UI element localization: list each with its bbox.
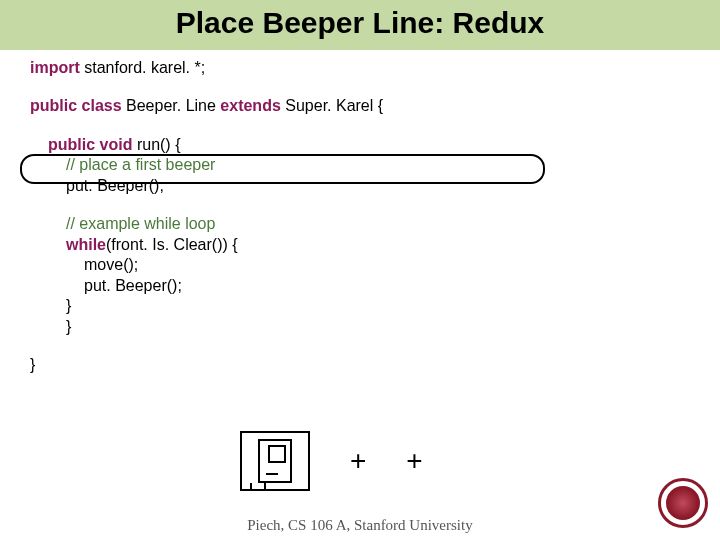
- stanford-seal-icon: [658, 478, 708, 528]
- comment: // example while loop: [66, 215, 215, 232]
- code-block: import stanford. karel. *; public class …: [0, 50, 720, 376]
- blank-line: [30, 78, 690, 96]
- karel-robot-icon: [240, 431, 310, 491]
- keyword: public class: [30, 97, 122, 114]
- code-line: // example while loop: [30, 214, 690, 234]
- blank-line: [30, 337, 690, 355]
- slide-title-bar: Place Beeper Line: Redux: [0, 0, 720, 50]
- keyword: import: [30, 59, 80, 76]
- code-line: // place a first beeper: [30, 155, 690, 175]
- grid-marker: +: [350, 445, 366, 477]
- code-text: put. Beeper();: [84, 277, 182, 294]
- blank-line: [30, 117, 690, 135]
- comment: // place a first beeper: [66, 156, 215, 173]
- code-text: move();: [84, 256, 138, 273]
- slide-title: Place Beeper Line: Redux: [0, 6, 720, 40]
- code-line: move();: [30, 255, 690, 275]
- code-line: }: [30, 317, 690, 337]
- code-text: stanford. karel. *;: [80, 59, 205, 76]
- code-line: public void run() {: [30, 135, 690, 155]
- slide-footer: Piech, CS 106 A, Stanford University: [0, 517, 720, 534]
- code-text: Beeper. Line: [122, 97, 221, 114]
- code-text: }: [66, 297, 71, 314]
- blank-line: [30, 196, 690, 214]
- code-line: put. Beeper();: [30, 176, 690, 196]
- code-line: }: [30, 355, 690, 375]
- keyword: extends: [220, 97, 280, 114]
- code-line: public class Beeper. Line extends Super.…: [30, 96, 690, 116]
- code-line: put. Beeper();: [30, 276, 690, 296]
- keyword: public void: [48, 136, 132, 153]
- karel-diagram: + +: [240, 430, 500, 492]
- code-text: Super. Karel {: [281, 97, 383, 114]
- code-line: while(front. Is. Clear()) {: [30, 235, 690, 255]
- code-text: }: [66, 318, 71, 335]
- code-text: }: [30, 356, 35, 373]
- code-text: put. Beeper();: [66, 177, 164, 194]
- keyword: while: [66, 236, 106, 253]
- code-line: import stanford. karel. *;: [30, 58, 690, 78]
- code-line: }: [30, 296, 690, 316]
- grid-marker: +: [406, 445, 422, 477]
- code-text: (front. Is. Clear()) {: [106, 236, 238, 253]
- code-text: run() {: [132, 136, 180, 153]
